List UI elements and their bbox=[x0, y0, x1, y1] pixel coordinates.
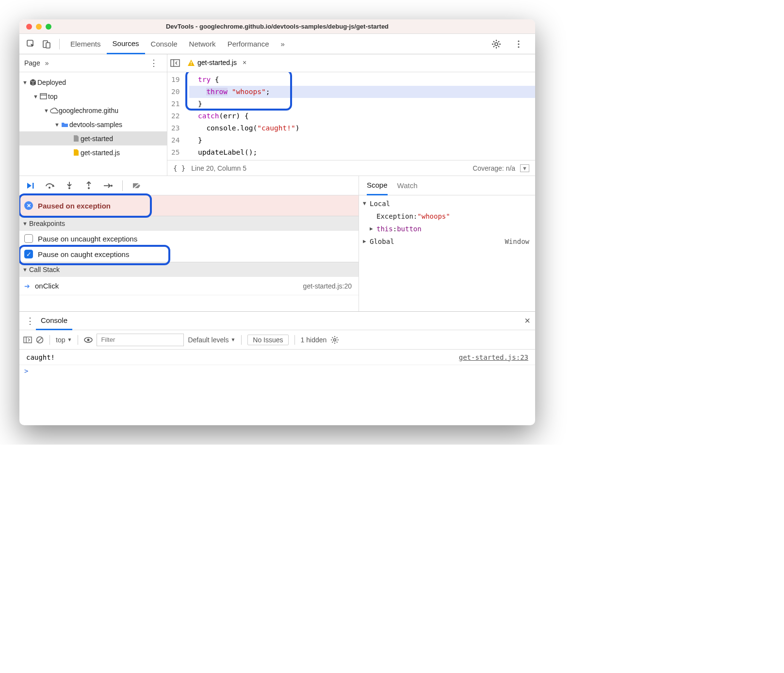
svg-rect-11 bbox=[191, 62, 192, 64]
close-drawer-icon[interactable]: × bbox=[524, 315, 530, 326]
step-over-icon[interactable] bbox=[45, 180, 55, 191]
step-out-icon[interactable] bbox=[83, 180, 94, 191]
warning-icon bbox=[188, 60, 195, 66]
log-levels-selector[interactable]: Default levels ▼ bbox=[188, 336, 235, 344]
tab-performance[interactable]: Performance bbox=[222, 34, 275, 54]
drawer-menu-icon[interactable]: ⋮ bbox=[24, 316, 36, 326]
hidden-count: 1 hidden bbox=[301, 336, 327, 344]
stack-frame[interactable]: ➔ onClick get-started.js:20 bbox=[19, 277, 359, 295]
editor-status-bar: { } Line 20, Column 5 Coverage: n/a ▼ bbox=[167, 160, 535, 176]
tree-label: googlechrome.githu bbox=[59, 107, 118, 114]
kebab-menu-icon[interactable] bbox=[513, 38, 524, 50]
step-into-icon[interactable] bbox=[64, 180, 75, 191]
tree-folder[interactable]: ▼ devtools-samples bbox=[19, 117, 167, 131]
svg-point-18 bbox=[88, 187, 90, 189]
debugger-left: ✕ Paused on exception ▼Breakpoints Pause… bbox=[19, 176, 359, 311]
live-expression-icon[interactable] bbox=[84, 337, 93, 343]
inspect-icon[interactable] bbox=[25, 38, 37, 50]
tree-label: get-started.js bbox=[81, 149, 120, 157]
callstack-section[interactable]: ▼Call Stack bbox=[19, 262, 359, 277]
drawer-tab-console[interactable]: Console bbox=[36, 312, 72, 330]
navigator-tab-page[interactable]: Page bbox=[24, 59, 40, 67]
console-log-entry[interactable]: caught! get-started.js:23 bbox=[19, 350, 535, 365]
paused-text: Paused on exception bbox=[38, 202, 111, 210]
breakpoints-section[interactable]: ▼Breakpoints bbox=[19, 216, 359, 231]
console-settings-icon[interactable] bbox=[330, 336, 339, 344]
filter-input[interactable] bbox=[97, 334, 184, 346]
minimize-window-button[interactable] bbox=[36, 24, 42, 30]
scope-local[interactable]: ▼Local bbox=[363, 197, 531, 210]
close-window-button[interactable] bbox=[26, 24, 32, 30]
scope-tabs: Scope Watch bbox=[359, 176, 535, 195]
tab-scope[interactable]: Scope bbox=[367, 176, 388, 195]
navigator-more-icon[interactable]: ⋮ bbox=[146, 58, 162, 68]
svg-rect-2 bbox=[46, 43, 50, 48]
checkbox-checked[interactable]: ✓ bbox=[24, 250, 33, 258]
tree-domain[interactable]: ▼ googlechrome.githu bbox=[19, 103, 167, 117]
svg-point-27 bbox=[87, 338, 90, 341]
file-tab-name: get-started.js bbox=[197, 59, 237, 66]
toggle-navigator-icon[interactable] bbox=[170, 59, 180, 67]
scope-tree: ▼Local Exception: "whoops" ▶ this: butto… bbox=[359, 195, 535, 248]
tab-watch[interactable]: Watch bbox=[397, 176, 418, 195]
collapse-icon[interactable]: ▼ bbox=[520, 164, 529, 172]
window-title: DevTools - googlechrome.github.io/devtoo… bbox=[19, 23, 535, 30]
toolbar-divider bbox=[59, 39, 60, 49]
titlebar: DevTools - googlechrome.github.io/devtoo… bbox=[19, 19, 535, 34]
toggle-sidebar-icon[interactable] bbox=[23, 336, 32, 343]
no-issues-button[interactable]: No Issues bbox=[247, 335, 288, 345]
deactivate-breakpoints-icon[interactable] bbox=[131, 180, 142, 191]
console-drawer: ⋮ Console × top ▼ Default levels ▼ No Is… bbox=[19, 311, 535, 425]
log-source-link[interactable]: get-started.js:23 bbox=[459, 353, 528, 361]
code-editor[interactable]: 19 20 21 22 23 24 25 try { throw "whoops… bbox=[167, 72, 535, 160]
file-js-icon bbox=[71, 149, 81, 156]
scope-global[interactable]: ▶Global Window bbox=[363, 235, 531, 248]
scope-exception[interactable]: Exception: "whoops" bbox=[363, 210, 531, 223]
tree-file-html[interactable]: get-started bbox=[19, 131, 167, 145]
bp-label: Pause on caught exceptions bbox=[38, 250, 129, 258]
tab-elements[interactable]: Elements bbox=[65, 34, 107, 54]
close-tab-icon[interactable]: × bbox=[243, 59, 246, 66]
file-tab[interactable]: get-started.js × bbox=[184, 54, 250, 72]
console-filter-bar: top ▼ Default levels ▼ No Issues 1 hidde… bbox=[19, 330, 535, 350]
svg-rect-7 bbox=[40, 94, 47, 99]
traffic-lights bbox=[19, 24, 51, 30]
context-selector[interactable]: top ▼ bbox=[56, 336, 72, 344]
info-icon: ✕ bbox=[24, 201, 33, 210]
console-prompt[interactable]: > bbox=[19, 365, 535, 377]
svg-point-5 bbox=[518, 43, 519, 45]
pretty-print-icon[interactable]: { } bbox=[173, 164, 185, 172]
bp-label: Pause on uncaught exceptions bbox=[38, 235, 137, 243]
navigator-tabs-overflow[interactable]: » bbox=[45, 59, 49, 67]
svg-point-6 bbox=[518, 46, 519, 48]
resume-icon[interactable] bbox=[25, 180, 36, 191]
file-icon bbox=[71, 135, 81, 142]
section-title: Call Stack bbox=[29, 266, 60, 273]
tab-network[interactable]: Network bbox=[183, 34, 222, 54]
cursor-position: Line 20, Column 5 bbox=[191, 164, 246, 172]
device-mode-icon[interactable] bbox=[41, 38, 52, 50]
tree-deployed[interactable]: ▼ Deployed bbox=[19, 75, 167, 89]
bp-caught[interactable]: ✓ Pause on caught exceptions bbox=[19, 246, 359, 262]
window-icon bbox=[39, 93, 48, 99]
divider bbox=[122, 180, 123, 191]
tree-top[interactable]: ▼ top bbox=[19, 89, 167, 103]
tree-file-js[interactable]: get-started.js bbox=[19, 145, 167, 160]
maximize-window-button[interactable] bbox=[46, 24, 51, 30]
main-toolbar: Elements Sources Console Network Perform… bbox=[19, 34, 535, 54]
tab-console[interactable]: Console bbox=[145, 34, 183, 54]
scope-this[interactable]: ▶ this: button bbox=[363, 223, 531, 235]
step-icon[interactable] bbox=[103, 180, 114, 191]
toolbar-right bbox=[489, 38, 531, 50]
tabs-overflow[interactable]: » bbox=[275, 34, 291, 54]
bp-uncaught[interactable]: Pause on uncaught exceptions bbox=[19, 231, 359, 246]
clear-console-icon[interactable] bbox=[36, 336, 44, 344]
svg-rect-22 bbox=[24, 337, 32, 343]
devtools-window: DevTools - googlechrome.github.io/devtoo… bbox=[19, 19, 535, 425]
settings-icon[interactable] bbox=[490, 38, 502, 50]
checkbox-unchecked[interactable] bbox=[24, 234, 33, 243]
file-tree: ▼ Deployed ▼ top ▼ googlechrome.githu bbox=[19, 72, 167, 176]
svg-point-14 bbox=[49, 187, 50, 189]
tab-sources[interactable]: Sources bbox=[107, 34, 145, 54]
cube-icon bbox=[28, 79, 37, 86]
